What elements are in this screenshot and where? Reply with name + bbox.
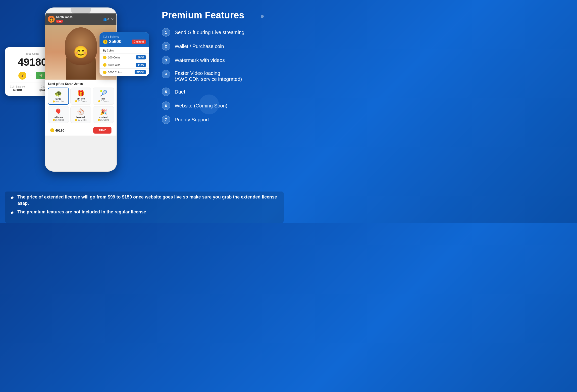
gift-name-turtle: turtle bbox=[49, 98, 67, 100]
feature-item-5: 5 Duet bbox=[162, 88, 279, 96]
live-header-right: 👥 0 ✕ bbox=[103, 17, 114, 21]
coin-dot bbox=[53, 100, 55, 102]
coin-balance-item: Coin Balance 49180 bbox=[10, 85, 25, 92]
person-emoji: 😊 bbox=[73, 45, 88, 59]
baseball-emoji: ⚾ bbox=[72, 108, 90, 115]
phone-main: 👩 Sarah Jones Live 👥 0 ✕ 😊 Send gift to … bbox=[45, 7, 117, 172]
chevron-right-icon[interactable]: › bbox=[65, 129, 66, 132]
coins-balance-num: 25600 bbox=[109, 39, 121, 44]
right-section: Premium Features 1 Send Gift during Live… bbox=[154, 7, 279, 182]
note-text-2: The premium features are not included in… bbox=[17, 209, 146, 215]
giftbox-emoji: 🎁 bbox=[72, 90, 90, 97]
gift-name-baseball: baseball bbox=[72, 116, 90, 119]
balloons-emoji: 🎈 bbox=[49, 108, 68, 115]
close-icon[interactable]: ✕ bbox=[111, 17, 114, 21]
star-icon-1: ★ bbox=[10, 195, 14, 200]
ball-emoji: 🎾 bbox=[94, 90, 113, 97]
feature-text-7: Priority Support bbox=[175, 115, 209, 123]
gift-name-giftbox: gift box bbox=[72, 98, 90, 100]
gift-coins-turtle: 10 Coins bbox=[49, 100, 67, 103]
feature-num-7: 7 bbox=[162, 115, 170, 124]
turtle-emoji: 🐢 bbox=[49, 90, 67, 97]
gift-item-confetti[interactable]: 🎉 confetti 25 Coins bbox=[93, 106, 114, 123]
coin-option-left: 100 Coins bbox=[103, 56, 120, 59]
coin-balance-value: 49180 bbox=[10, 88, 25, 92]
send-coin-dot bbox=[50, 128, 54, 132]
live-header: 👩 Sarah Jones Live 👥 0 ✕ bbox=[45, 13, 116, 25]
coin-dot bbox=[98, 119, 100, 121]
gift-item-balloons[interactable]: 🎈 balloons 15 Coins bbox=[48, 106, 69, 123]
coin-dot bbox=[75, 100, 77, 102]
gift-name-ball: ball bbox=[94, 98, 113, 100]
gift-item-baseball[interactable]: ⚾ baseball 22 Coins bbox=[70, 106, 92, 123]
live-user-info: Sarah Jones Live bbox=[56, 15, 72, 23]
feature-num-5: 5 bbox=[162, 88, 170, 96]
send-bar: 49180 › SEND bbox=[48, 125, 114, 136]
coin-icon: 💰 bbox=[18, 72, 26, 80]
send-balance: 49180 › bbox=[50, 128, 66, 132]
coin-option-100[interactable]: 100 Coins $0.99 bbox=[100, 53, 149, 61]
gift-coins-giftbox: 20 Coins bbox=[72, 100, 90, 102]
gift-name-confetti: confetti bbox=[94, 116, 113, 119]
send-amount: 49180 bbox=[55, 129, 64, 132]
feature-text-3: Watermark with videos bbox=[175, 56, 225, 63]
live-badge: Live bbox=[56, 20, 63, 23]
coins-balance-row: J 25600 Cashout bbox=[103, 39, 146, 44]
gift-item-turtle[interactable]: 🐢 turtle 10 Coins bbox=[48, 88, 69, 105]
coin-option-2000[interactable]: 2000 Coins $19.99 bbox=[100, 68, 149, 76]
feature-item-3: 3 Watermark with videos bbox=[162, 56, 279, 64]
coin-dot bbox=[75, 119, 77, 121]
coin-dot-main: J bbox=[103, 40, 107, 44]
feature-item-6: 6 Website (Coming Soon) bbox=[162, 101, 279, 110]
coins-panel-header: Coins Balance J 25600 Cashout bbox=[100, 32, 149, 47]
gift-coins-balloons: 15 Coins bbox=[49, 119, 68, 121]
coin-dot-100 bbox=[103, 56, 106, 59]
coin-option-label-2000: 2000 Coins bbox=[108, 71, 122, 74]
gift-coins-baseball: 22 Coins bbox=[72, 119, 90, 121]
coin-option-500[interactable]: 500 Coins $4.99 bbox=[100, 61, 149, 68]
feature-item-4: 4 Faster Video loading (AWS CDN service … bbox=[162, 70, 279, 82]
feature-num-4: 4 bbox=[162, 70, 170, 78]
feature-text-1: Send Gift during Live streaming bbox=[175, 28, 244, 36]
live-user: 👩 Sarah Jones Live bbox=[48, 15, 72, 23]
feature-sub-4: (AWS CDN service integrated) bbox=[175, 76, 242, 82]
coin-dot bbox=[53, 119, 55, 121]
cashout-button[interactable]: Cashout bbox=[132, 40, 146, 44]
coin-option-label-500: 500 Coins bbox=[108, 63, 120, 66]
price-tag-500: $4.99 bbox=[136, 63, 146, 67]
viewers-icon: 👥 0 bbox=[103, 18, 109, 21]
coin-option-label-100: 100 Coins bbox=[108, 56, 120, 59]
arrow-icon: → bbox=[29, 73, 33, 78]
gift-coins-ball: 5 Coins bbox=[94, 100, 113, 102]
feature-list: 1 Send Gift during Live streaming 2 Wall… bbox=[162, 28, 279, 124]
coins-panel: Coins Balance J 25600 Cashout By Coins 1… bbox=[100, 32, 149, 76]
coin-dot-500 bbox=[103, 63, 106, 67]
live-name: Sarah Jones bbox=[56, 15, 72, 18]
coin-dot bbox=[98, 100, 100, 102]
note-item-1: ★ The price of extended license will go … bbox=[10, 194, 279, 206]
coins-balance-val: J 25600 bbox=[103, 39, 121, 44]
gift-title: Send gift to Sarah Jones bbox=[48, 82, 114, 86]
note-item-2: ★ The premium features are not included … bbox=[10, 209, 279, 215]
feature-item-1: 1 Send Gift during Live streaming bbox=[162, 28, 279, 37]
feature-num-2: 2 bbox=[162, 42, 170, 50]
confetti-emoji: 🎉 bbox=[94, 108, 113, 115]
phone-notch bbox=[71, 8, 91, 13]
gift-item-ball[interactable]: 🎾 ball 5 Coins bbox=[93, 88, 114, 105]
gift-name-balloons: balloons bbox=[49, 116, 68, 119]
feature-item-7: 7 Priority Support bbox=[162, 115, 279, 124]
coins-balance-label: Coins Balance bbox=[103, 35, 146, 38]
feature-text-4: Faster Video loading bbox=[175, 69, 220, 76]
price-tag-2000: $19.99 bbox=[135, 70, 146, 74]
gift-coins-confetti: 25 Coins bbox=[94, 119, 113, 121]
coin-balance-label: Coin Balance bbox=[10, 85, 25, 88]
feature-num-1: 1 bbox=[162, 28, 170, 37]
coin-option-left-500: 500 Coins bbox=[103, 63, 120, 67]
left-section: Total Coins 49180 💰 → 💵 Coin Balance 491… bbox=[5, 7, 149, 182]
feature-text-5: Duet bbox=[175, 88, 185, 95]
by-coins-label: By Coins bbox=[100, 47, 149, 53]
live-avatar: 👩 bbox=[48, 16, 55, 23]
send-button[interactable]: SEND bbox=[93, 127, 111, 134]
note-text-1: The price of extended license will go fr… bbox=[17, 194, 279, 206]
gift-item-giftbox[interactable]: 🎁 gift box 20 Coins bbox=[70, 88, 92, 105]
